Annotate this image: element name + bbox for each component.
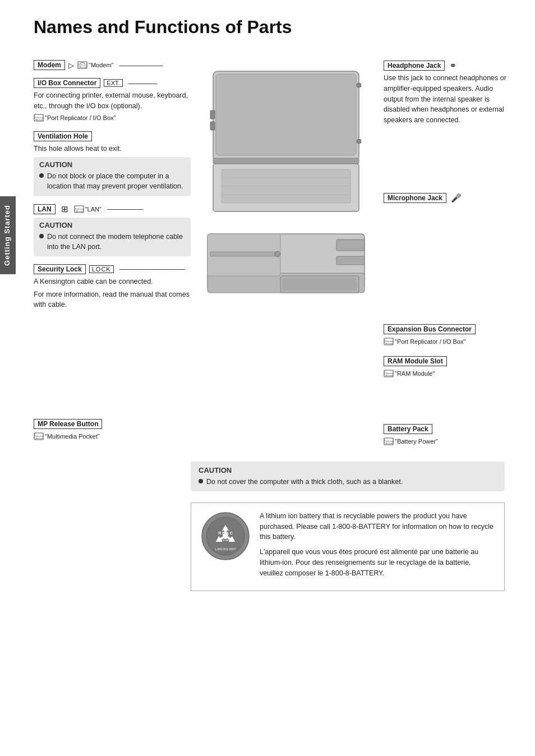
caution2-title: CAUTION [39, 221, 185, 229]
ram-ref: ReferenceManual "RAM Module" [384, 370, 435, 377]
bullet2 [39, 234, 44, 238]
modem-section: Modem ▷ ReferenceManual "Modem" —————— [34, 60, 191, 70]
caution-bottom-item: Do not cover the computer with a thick c… [199, 477, 497, 487]
right-labels: Headphone Jack ⚭ Use this jack to connec… [384, 54, 513, 456]
modem-label: Modem [34, 60, 65, 70]
caution2-item: Do not connect the modem telephone cable… [39, 232, 185, 252]
headphone-section: Headphone Jack ⚭ Use this jack to connec… [384, 60, 513, 126]
battery-ref-text: "Battery Power" [395, 438, 438, 445]
vent-title-line: Ventilation Hole [34, 131, 191, 141]
sidebar-label: Getting Started [3, 205, 11, 266]
lan-title-line: LAN ⊞ ReferenceManual "LAN" ————— [34, 204, 191, 214]
caution1-title: CAUTION [39, 160, 185, 169]
svg-point-28 [275, 251, 280, 257]
expansion-ref-text: "Port Replicator / I/O Box" [395, 338, 465, 345]
io-title-line: I/O Box Connector EXT. ———— [34, 78, 191, 88]
lan-label: LAN [34, 204, 56, 214]
svg-rect-27 [210, 252, 278, 256]
svg-point-21 [357, 139, 361, 144]
svg-text:Li-ion: Li-ion [222, 538, 230, 542]
laptop-diagram-svg [191, 54, 381, 413]
mp-title-line: MP Release Button [34, 419, 191, 429]
svg-text:Manual: Manual [385, 374, 393, 377]
ventilation-section: Ventilation Hole This hole allows heat t… [34, 131, 191, 196]
modem-title-line: Modem ▷ ReferenceManual "Modem" —————— [34, 60, 191, 70]
svg-text:Manual: Manual [35, 118, 43, 121]
vent-desc: This hole allows heat to exit. [34, 144, 191, 154]
microphone-section: Microphone Jack 🎤 [384, 193, 513, 203]
lock-label: LOCK [89, 265, 114, 273]
expansion-label: Expansion Bus Connector [384, 324, 476, 334]
svg-rect-23 [210, 122, 215, 130]
battery-label: Battery Pack [384, 424, 432, 434]
security-section: Security Lock LOCK ————————— A Kensingto… [34, 264, 191, 310]
svg-point-20 [357, 83, 361, 87]
battery-text1: A lithium ion battery that is recyclable… [260, 511, 495, 542]
mp-ref-text: "Multimedia Pocket" [45, 433, 100, 440]
expansion-title-line: Expansion Bus Connector [384, 324, 513, 334]
mic-label: Microphone Jack [384, 193, 446, 203]
svg-text:Manual: Manual [76, 210, 83, 213]
headphone-title-line: Headphone Jack ⚭ [384, 60, 513, 71]
page-title: Names and Functions of Parts [34, 17, 513, 38]
recycle-icon: R B A C Li-ion 1.800.822.8837 [200, 511, 251, 561]
caution-bottom-text: Do not cover the computer with a thick c… [206, 477, 403, 487]
modem-ref-text: "Modem" [89, 62, 114, 68]
caution-bottom-box: CAUTION Do not cover the computer with a… [191, 462, 505, 491]
caution-bottom-title: CAUTION [199, 466, 497, 474]
battery-section: Battery Pack ReferenceManual "Battery Po… [384, 424, 513, 447]
ref-icon-exp: ReferenceManual [384, 338, 394, 345]
headphone-desc: Use this jack to connect headphones or a… [384, 73, 513, 126]
ext-label: EXT. [104, 79, 122, 87]
expansion-ref: ReferenceManual "Port Replicator / I/O B… [384, 338, 465, 345]
svg-rect-14 [213, 158, 359, 164]
svg-rect-30 [336, 256, 365, 265]
ram-title-line: RAM Module Slot [384, 356, 513, 366]
bullet1 [39, 173, 44, 178]
svg-text:Manual: Manual [35, 437, 43, 440]
ref-icon-bat: ReferenceManual [384, 437, 394, 445]
security-label: Security Lock [34, 264, 86, 274]
io-label: I/O Box Connector [34, 78, 100, 88]
modem-ref: ReferenceManual "Modem" [77, 61, 114, 69]
caution1-box: CAUTION Do not block or place the comput… [34, 157, 191, 196]
svg-rect-22 [210, 110, 215, 119]
mp-ref: ReferenceManual "Multimedia Pocket" [34, 432, 100, 440]
io-ref-text: "Port Replicator / I/O Box" [45, 114, 116, 121]
battery-text-area: A lithium ion battery that is recyclable… [260, 511, 495, 583]
vent-label: Ventilation Hole [34, 131, 92, 141]
svg-rect-32 [283, 279, 356, 290]
svg-text:Manual: Manual [385, 442, 393, 445]
caution1-text: Do not block or place the computer in a … [47, 171, 185, 191]
headphone-icon: ⚭ [449, 60, 456, 71]
ram-ref-text: "RAM Module" [395, 370, 435, 377]
page-container: Getting Started Names and Functions of P… [0, 0, 535, 756]
battery-title-line: Battery Pack [384, 424, 513, 434]
caution1-item: Do not block or place the computer in a … [39, 171, 185, 191]
io-box-section: I/O Box Connector EXT. ———— For connecti… [34, 78, 191, 123]
svg-rect-13 [216, 74, 356, 155]
mic-icon: 🎤 [451, 193, 462, 203]
laptop-top-view [210, 71, 361, 211]
caution2-box: CAUTION Do not connect the modem telepho… [34, 218, 191, 256]
lan-ref: ReferenceManual "LAN" [74, 205, 102, 213]
svg-text:Manual: Manual [385, 342, 393, 345]
ref-icon: ReferenceManual [77, 61, 87, 69]
svg-text:R B A C: R B A C [218, 531, 233, 535]
center-diagram [191, 54, 384, 456]
ram-label: RAM Module Slot [384, 356, 447, 366]
io-ref: ReferenceManual "Port Replicator / I/O B… [34, 114, 116, 122]
ref-icon-ram: ReferenceManual [384, 370, 394, 377]
mp-release-section: MP Release Button ReferenceManual "Multi… [34, 419, 191, 442]
lan-ref-text: "LAN" [85, 206, 102, 213]
mic-title-line: Microphone Jack 🎤 [384, 193, 513, 203]
caution2-text: Do not connect the modem telephone cable… [47, 232, 185, 252]
ref-icon-mp: ReferenceManual [34, 432, 44, 440]
ref-icon-io: ReferenceManual [34, 114, 44, 122]
svg-text:Manual: Manual [79, 66, 86, 68]
security-desc1: A Kensington cable can be connected. [34, 276, 191, 287]
mp-label: MP Release Button [34, 419, 102, 429]
battery-info-box: R B A C Li-ion 1.800.822.8837 A lithium … [191, 503, 505, 592]
left-labels: Modem ▷ ReferenceManual "Modem" —————— I… [34, 54, 191, 456]
bullet-bottom [199, 479, 203, 483]
